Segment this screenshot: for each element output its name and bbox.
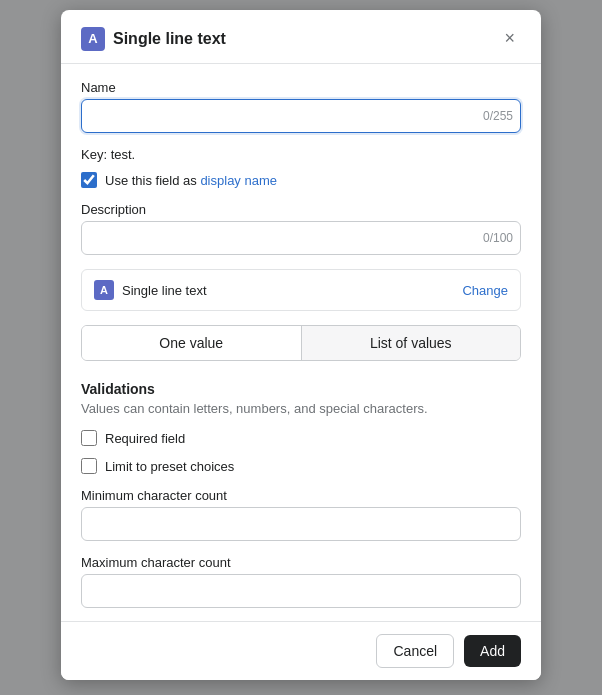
max-char-input[interactable] bbox=[81, 574, 521, 608]
value-toggle: One value List of values bbox=[81, 325, 521, 361]
modal-header: A Single line text × bbox=[61, 10, 541, 64]
field-type-row: A Single line text Change bbox=[81, 269, 521, 311]
field-type-icon: A bbox=[81, 27, 105, 51]
name-input-wrapper: 0/255 bbox=[81, 99, 521, 133]
key-line: Key: test. bbox=[81, 147, 521, 162]
description-group: Description 0/100 bbox=[81, 202, 521, 255]
close-button[interactable]: × bbox=[498, 26, 521, 51]
required-field-label: Required field bbox=[105, 431, 185, 446]
description-label: Description bbox=[81, 202, 521, 217]
min-char-input[interactable] bbox=[81, 507, 521, 541]
list-of-values-button[interactable]: List of values bbox=[302, 326, 521, 360]
description-char-count: 0/100 bbox=[483, 231, 513, 245]
description-input-wrapper: 0/100 bbox=[81, 221, 521, 255]
field-type-left: A Single line text bbox=[94, 280, 207, 300]
validations-section: Validations Values can contain letters, … bbox=[81, 381, 521, 474]
modal-title: Single line text bbox=[113, 30, 226, 48]
modal-overlay: A Single line text × Name 0/255 bbox=[0, 0, 602, 695]
modal-footer: Cancel Add bbox=[61, 621, 541, 680]
min-char-label: Minimum character count bbox=[81, 488, 521, 503]
change-type-link[interactable]: Change bbox=[462, 283, 508, 298]
modal-dialog: A Single line text × Name 0/255 bbox=[61, 10, 541, 680]
validations-title: Validations bbox=[81, 381, 521, 397]
cancel-button[interactable]: Cancel bbox=[376, 634, 454, 668]
name-group: Name 0/255 bbox=[81, 80, 521, 133]
one-value-button[interactable]: One value bbox=[82, 326, 302, 360]
max-char-label: Maximum character count bbox=[81, 555, 521, 570]
limit-choices-row: Limit to preset choices bbox=[81, 458, 521, 474]
name-label: Name bbox=[81, 80, 521, 95]
backdrop: A Single line text × Name 0/255 bbox=[0, 0, 602, 695]
modal-body: Name 0/255 Key: test. Use this field as … bbox=[61, 64, 541, 621]
required-field-row: Required field bbox=[81, 430, 521, 446]
display-name-checkbox[interactable] bbox=[81, 172, 97, 188]
required-field-checkbox[interactable] bbox=[81, 430, 97, 446]
limit-choices-checkbox[interactable] bbox=[81, 458, 97, 474]
add-button[interactable]: Add bbox=[464, 635, 521, 667]
min-char-group: Minimum character count bbox=[81, 488, 521, 541]
limit-choices-label: Limit to preset choices bbox=[105, 459, 234, 474]
display-name-link[interactable]: display name bbox=[200, 173, 277, 188]
modal-header-left: A Single line text bbox=[81, 27, 226, 51]
field-type-name-label: Single line text bbox=[122, 283, 207, 298]
validations-desc: Values can contain letters, numbers, and… bbox=[81, 401, 521, 416]
field-type-icon-sm: A bbox=[94, 280, 114, 300]
name-input[interactable] bbox=[81, 99, 521, 133]
max-char-group: Maximum character count bbox=[81, 555, 521, 608]
name-char-count: 0/255 bbox=[483, 109, 513, 123]
display-name-row: Use this field as display name bbox=[81, 172, 521, 188]
display-name-label: Use this field as display name bbox=[105, 173, 277, 188]
description-input[interactable] bbox=[81, 221, 521, 255]
